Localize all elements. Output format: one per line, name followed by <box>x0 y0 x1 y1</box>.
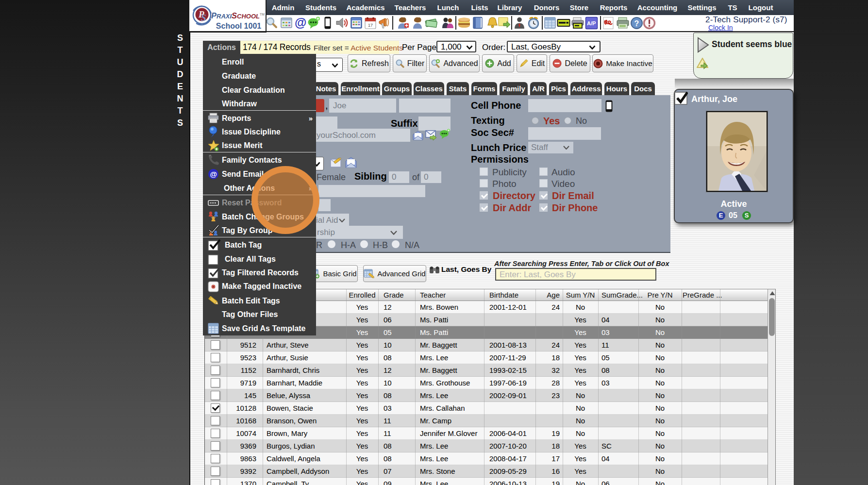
svg-text:@: @ <box>210 170 217 178</box>
svg-text:A/P: A/P <box>587 20 596 26</box>
svg-text:?: ? <box>634 19 639 28</box>
svg-text:17: 17 <box>368 23 373 28</box>
svg-text:S: S <box>201 13 206 23</box>
